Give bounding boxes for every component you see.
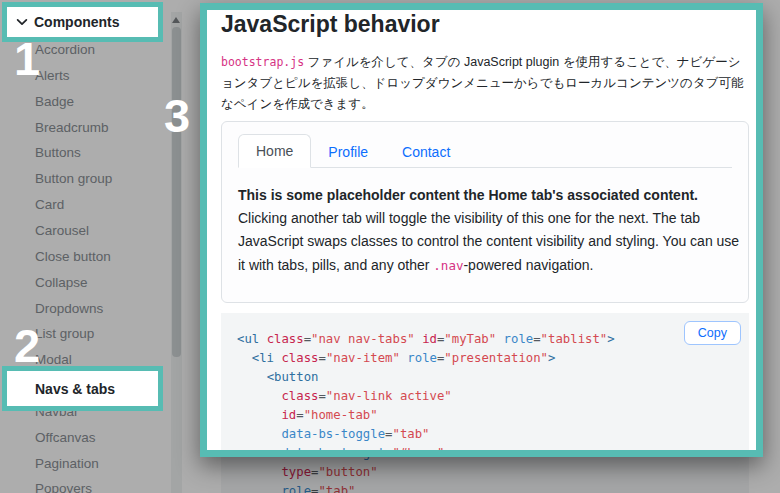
scroll-up-icon[interactable] bbox=[172, 17, 180, 23]
sidebar-item-dropdowns[interactable]: Dropdowns bbox=[35, 301, 103, 325]
sidebar-item-breadcrumb[interactable]: Breadcrumb bbox=[35, 120, 109, 144]
sidebar-item-card[interactable]: Card bbox=[35, 197, 64, 221]
code-line: type="button" bbox=[237, 463, 615, 482]
sidebar-item-popovers[interactable]: Popovers bbox=[35, 481, 92, 493]
sidebar-item-buttons[interactable]: Buttons bbox=[35, 145, 81, 169]
sidebar-item-badge[interactable]: Badge bbox=[35, 94, 74, 118]
annotation-number-1: 1 bbox=[14, 38, 40, 80]
sidebar-scrollbar[interactable] bbox=[171, 12, 182, 493]
sidebar-item-close-button[interactable]: Close button bbox=[35, 249, 111, 273]
sidebar-item-collapse[interactable]: Collapse bbox=[35, 275, 88, 299]
highlight-box-main-content bbox=[200, 3, 763, 457]
sidebar-item-pagination[interactable]: Pagination bbox=[35, 456, 99, 480]
sidebar-item-alerts[interactable]: Alerts bbox=[35, 68, 70, 92]
annotation-number-3: 3 bbox=[164, 95, 190, 137]
highlight-navs-tabs-label: Navs & tabs bbox=[35, 381, 115, 397]
sidebar-item-carousel[interactable]: Carousel bbox=[35, 223, 89, 247]
sidebar-item-button-group[interactable]: Button group bbox=[35, 171, 112, 195]
sidebar-item-offcanvas[interactable]: Offcanvas bbox=[35, 430, 96, 454]
highlight-box-navs-tabs[interactable]: Navs & tabs bbox=[2, 366, 163, 411]
code-line: role="tab" bbox=[237, 482, 615, 493]
annotation-number-2: 2 bbox=[14, 325, 40, 367]
scrollbar-thumb[interactable] bbox=[172, 27, 181, 357]
sidebar-item-list-group[interactable]: List group bbox=[35, 326, 94, 350]
screenshot-root: Components AccordionAlertsBadgeBreadcrum… bbox=[0, 0, 780, 493]
sidebar-item-accordion[interactable]: Accordion bbox=[35, 42, 95, 66]
highlight-components-label: Components bbox=[34, 14, 120, 30]
chevron-down-icon bbox=[15, 15, 29, 29]
